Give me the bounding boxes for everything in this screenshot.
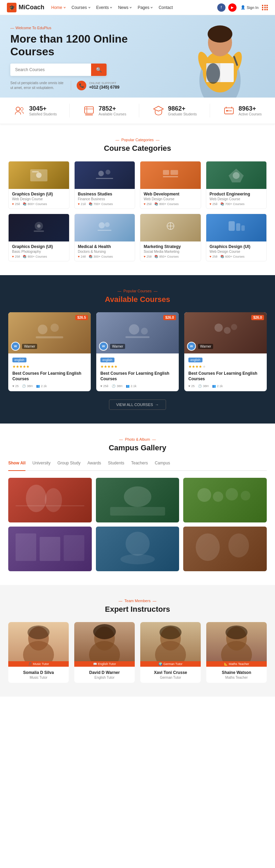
svg-point-48 [51,324,59,332]
gallery-tab-awards[interactable]: Awards [87,461,101,467]
course-card-1[interactable]: W Warner $26.0 english ★★★★★ Best Course… [96,312,179,391]
site-logo[interactable]: 🎓 MiCoach [7,3,44,12]
youtube-icon[interactable]: ▶ [228,3,236,12]
stat-active-label: Active Courses [239,112,262,116]
gallery-img-0[interactable] [8,478,92,522]
support-info: 📞 ONLINE SUPPORT +012 (345) 6789 [71,81,119,90]
course-category-2: english [188,358,202,362]
nav-events[interactable]: Events [96,5,113,10]
svg-point-37 [37,224,41,228]
category-name-3: Product Engineering [210,192,263,196]
svg-point-57 [45,488,62,512]
category-sub-0: Web Design Course [12,197,66,201]
course-title-1: Best Courses For Learning English Course… [100,371,175,382]
nav-contact[interactable]: Contact [158,5,173,10]
instructor-card-2[interactable]: 🌍 German Tutor Xavi Toni Crusse German T… [140,622,201,683]
category-card-7[interactable]: Graphics Design (UI) Web Design Course ♥… [206,214,267,261]
svg-rect-36 [34,230,44,232]
svg-point-80 [160,625,182,639]
nav-home[interactable]: Home [51,5,66,10]
svg-point-61 [198,488,211,502]
course-stat-duration-1: 🕐38H [112,384,122,388]
category-card-2[interactable]: Web Development Web Design Course ♥25ê 📚… [140,161,201,209]
svg-point-59 [124,486,151,507]
category-card-0[interactable]: Graphics Design (UI) Web Design Course ♥… [8,161,69,209]
hero-content: — Welcome To EduPlus More than 1200 Onli… [10,26,150,90]
course-stat-likes-0: ♥25 [12,384,19,388]
gallery-img-2[interactable] [183,478,267,522]
category-sub-3: Web Design Course [210,197,263,201]
gallery-img-5[interactable] [183,527,267,571]
instructor-card-3[interactable]: 📐 Maths Teacher Shaine Watson Maths Teac… [206,622,267,683]
gallery-img-4[interactable] [96,527,179,571]
svg-point-62 [213,492,223,502]
gallery-img-3[interactable] [8,527,92,571]
hero-description: Sed ut perspiciatis unde omnis iste ut a… [10,81,65,90]
grid-menu-button[interactable] [262,5,268,10]
search-input[interactable] [10,64,91,76]
svg-rect-32 [163,176,178,177]
graduates-icon [152,104,165,117]
category-card-3[interactable]: Product Engineering Web Design Course ♥2… [206,161,267,209]
category-card-1[interactable]: Business Studies Finance Business ♥21ê 📚… [74,161,135,209]
category-sub-5: Doctors & Nursing [78,250,132,253]
categories-tag: Popular Categories [8,138,267,142]
instructor-card-1[interactable]: 📖 English Tutor David D Warner English T… [74,622,135,683]
course-title-2: Best Courses For Learning English Course… [188,371,263,382]
course-card-2[interactable]: W Warner $26.0 english ★★★★★ Best Course… [184,312,267,391]
gallery-img-1[interactable] [96,478,179,522]
hero-tag: — Welcome To EduPlus [10,26,150,30]
gallery-tab-university[interactable]: University [32,461,51,467]
signin-button[interactable]: 👤 Sign In [241,5,258,10]
course-category-1: english [100,358,114,362]
instructor-role-0: Music Tutor [12,676,65,679]
course-img-2: W Warner $26.0 [184,312,267,353]
nav-pages[interactable]: Pages [138,5,153,10]
course-stat-duration-0: 🕐38H [22,384,33,388]
gallery-tab-students[interactable]: Students [108,461,124,467]
category-card-6[interactable]: Marketing Strategy Social Media Marketin… [140,214,201,261]
gallery-tab-campus[interactable]: Campus [155,461,170,467]
courses-section: Popular Courses Available Courses W Warn… [0,275,275,424]
gallery-tab-teachers[interactable]: Teachers [131,461,148,467]
svg-rect-26 [32,171,39,172]
svg-point-34 [233,172,240,179]
view-all-button[interactable]: VIEW ALL COURSES → [109,399,166,410]
svg-rect-29 [96,178,113,179]
instructor-badge-3: 📐 Maths Teacher [206,661,267,667]
category-sub-6: Social Media Marketing [144,250,197,253]
course-stars-1: ★★★★★ [100,364,175,369]
svg-rect-58 [15,505,84,506]
instructor-photo-2: 🌍 German Tutor [140,622,201,667]
stat-students-label: Satisfied Students [29,112,57,116]
category-img-4 [9,214,69,241]
search-button[interactable]: 🔍 [91,64,107,76]
active-icon [223,104,235,117]
category-img-7 [206,214,267,241]
svg-point-12 [20,108,23,110]
course-price-1: $26.0 [163,315,176,320]
facebook-icon[interactable]: f [217,3,226,12]
svg-point-47 [38,325,47,334]
svg-rect-65 [15,533,36,561]
instructors-title: Expert Instructors [8,605,267,614]
instructor-name-2: Warner [198,344,213,349]
support-icon: 📞 [77,81,86,90]
stat-divider-2 [139,104,139,117]
gallery-tab-group-study[interactable]: Group Study [57,461,80,467]
svg-point-71 [229,533,249,557]
nav-courses[interactable]: Courses [72,5,91,10]
gallery-tab-show-all[interactable]: Show All [8,461,25,471]
nav-social: f ▶ [217,3,236,12]
stat-active-number: 8963+ [239,105,262,112]
nav-news[interactable]: News [118,5,132,10]
course-card-0[interactable]: W Warner $26.5 english ★★★★★ Best Course… [8,312,91,391]
instructor-name-0: Warner [22,344,37,349]
categories-section: Popular Categories Course Categories Gra… [0,124,275,275]
category-card-5[interactable]: Medical & Health Doctors & Nursing ♥24ê … [74,214,135,261]
instructor-avatar-2: W [187,342,196,351]
category-card-4[interactable]: Graphics Design (UI) Basic Photography ♥… [8,214,69,261]
instructor-card-0[interactable]: 🎵 Music Tutor Somalia D Silva Music Tuto… [8,622,69,683]
svg-point-11 [16,107,20,111]
logo-icon: 🎓 [7,3,16,12]
